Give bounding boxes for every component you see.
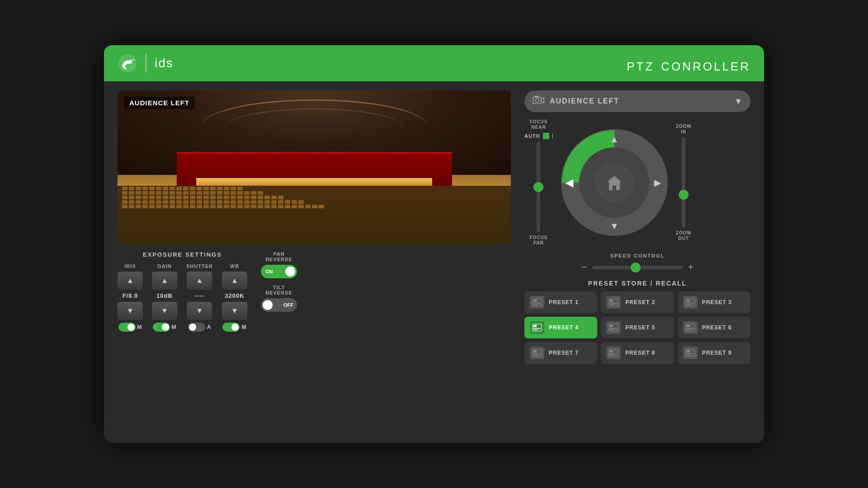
exposure-up-gain[interactable]: ▲: [152, 272, 177, 290]
exposure-value-iris: F/8.0: [118, 292, 143, 299]
exposure-controls: IRIS ▲ F/8.0 ▼ M GAIN ▲ 10dB ▼ M SHUTTER: [118, 263, 247, 332]
camera-selector[interactable]: AUDIENCE LEFT ▼: [524, 90, 750, 112]
pan-reverse-label: PANREVERSE: [265, 251, 292, 262]
mode-toggle-iris[interactable]: [118, 323, 136, 332]
pan-reverse-toggle[interactable]: ON: [261, 265, 297, 278]
ptz-home-button[interactable]: [596, 164, 632, 201]
preset-9-label: PRESET 9: [702, 350, 732, 356]
preset-5-button[interactable]: PRESET 5: [601, 317, 674, 338]
exposure-down-gain[interactable]: ▼: [152, 302, 177, 320]
focus-slider[interactable]: [537, 142, 540, 232]
ptz-up-button[interactable]: ▲: [605, 130, 623, 148]
preset-1-icon: [530, 296, 544, 309]
mode-row: M: [153, 323, 177, 332]
exposure-label: IRIS: [124, 263, 136, 269]
exposure-title: EXPOSURE SETTINGS: [118, 251, 247, 258]
tilt-reverse-toggle[interactable]: OFF: [261, 298, 297, 312]
preview-container: AUDIENCE LEFT: [118, 90, 511, 244]
preset-9-icon: [683, 347, 698, 359]
svg-rect-38: [610, 353, 617, 354]
exposure-up-iris[interactable]: ▲: [118, 272, 143, 290]
speed-label: SPEED CONTROL: [610, 253, 665, 258]
preset-6-icon: [683, 321, 698, 334]
header: ids PTZ CONROLLER: [104, 45, 764, 81]
svg-rect-23: [533, 329, 538, 330]
mode-label-shutter: A: [207, 324, 212, 330]
preset-9-button[interactable]: PRESET 9: [678, 342, 750, 364]
zoom-out-label: ZOOMOUT: [676, 230, 691, 241]
left-panel: AUDIENCE LEFT EXPOSURE SETTINGS IRIS ▲ F…: [118, 90, 511, 434]
mode-row: M: [222, 323, 246, 332]
exposure-down-iris[interactable]: ▼: [118, 302, 143, 320]
mode-toggle-shutter[interactable]: [188, 323, 205, 332]
preset-2-label: PRESET 2: [625, 299, 655, 305]
focus-slider-col: FOCUSNEAR AUTO FOCUSFAR: [524, 119, 553, 246]
preset-4-button[interactable]: PRESET 4: [524, 317, 597, 338]
pan-reverse-knob: [285, 267, 295, 277]
preset-section: PRESET STORE / RECALL PRESET 1: [524, 280, 750, 364]
ptz-right-button[interactable]: ▶: [649, 174, 667, 192]
svg-rect-27: [610, 329, 614, 330]
mode-toggle-gain[interactable]: [153, 323, 170, 332]
speed-slider[interactable]: [592, 266, 683, 269]
mode-row: A: [188, 323, 212, 332]
tilt-reverse-row: TILTREVERSE OFF: [261, 285, 297, 312]
home-icon: [605, 174, 623, 191]
exposure-down-wb[interactable]: ▼: [222, 302, 247, 320]
speed-row: − +: [581, 262, 693, 272]
ptz-down-button[interactable]: ▼: [605, 217, 623, 235]
preset-2-icon: [606, 296, 621, 309]
svg-rect-30: [687, 328, 694, 329]
preset-grid: PRESET 1 PRESET 2 PRESET 3: [524, 291, 750, 364]
mode-row: M: [118, 323, 142, 332]
svg-rect-21: [533, 325, 537, 327]
svg-rect-17: [687, 300, 690, 302]
svg-rect-14: [610, 303, 617, 304]
preset-8-button[interactable]: PRESET 8: [601, 342, 674, 364]
svg-rect-37: [610, 350, 613, 352]
tilt-reverse-knob: [263, 300, 273, 310]
pan-reverse-state: ON: [265, 269, 273, 274]
speed-increase-button[interactable]: +: [688, 262, 693, 272]
auto-indicator: [543, 133, 549, 139]
bottom-row: EXPOSURE SETTINGS IRIS ▲ F/8.0 ▼ M GAIN …: [118, 251, 511, 332]
camera-dropdown-icon: ▼: [734, 97, 742, 106]
svg-rect-39: [610, 355, 614, 356]
svg-rect-29: [687, 325, 690, 327]
birddog-logo-icon: [118, 53, 137, 73]
header-divider: [146, 54, 146, 73]
svg-rect-11: [533, 304, 538, 305]
exposure-col-iris: IRIS ▲ F/8.0 ▼ M: [118, 263, 143, 332]
auto-line: [552, 134, 553, 138]
preset-1-button[interactable]: PRESET 1: [524, 291, 597, 313]
speed-decrease-button[interactable]: −: [581, 262, 587, 272]
preview-scene: [118, 90, 511, 244]
exposure-col-gain: GAIN ▲ 10dB ▼ M: [152, 263, 177, 332]
zoom-in-label: ZOOMIN: [676, 124, 691, 135]
exposure-up-wb[interactable]: ▲: [222, 272, 247, 290]
preset-7-label: PRESET 7: [549, 350, 579, 356]
focus-near-label: FOCUSNEAR: [529, 119, 547, 130]
preview-label: AUDIENCE LEFT: [124, 97, 195, 109]
svg-rect-33: [533, 350, 537, 352]
svg-rect-9: [533, 300, 537, 302]
exposure-up-shutter[interactable]: ▲: [187, 272, 212, 290]
svg-rect-25: [610, 325, 613, 327]
preset-2-button[interactable]: PRESET 2: [601, 291, 674, 313]
exposure-down-shutter[interactable]: ▼: [187, 302, 212, 320]
svg-rect-10: [533, 303, 541, 304]
mode-toggle-wb[interactable]: [222, 323, 240, 332]
right-panel: AUDIENCE LEFT ▼ FOCUSNEAR AUTO F: [524, 90, 750, 434]
preset-4-icon: [530, 321, 544, 334]
svg-rect-22: [533, 328, 541, 329]
preset-5-label: PRESET 5: [625, 324, 655, 331]
preset-6-button[interactable]: PRESET 6: [678, 317, 750, 338]
tilt-reverse-state: OFF: [283, 302, 293, 308]
preset-3-button[interactable]: PRESET 3: [678, 291, 750, 313]
pan-tilt-section: PANREVERSE ON TILTREVERSE OFF: [256, 251, 302, 312]
preset-7-icon: [530, 347, 544, 359]
zoom-slider[interactable]: [682, 137, 685, 228]
ptz-left-button[interactable]: ◀: [560, 174, 578, 192]
header-product: ids: [155, 56, 174, 70]
preset-7-button[interactable]: PRESET 7: [524, 342, 597, 364]
